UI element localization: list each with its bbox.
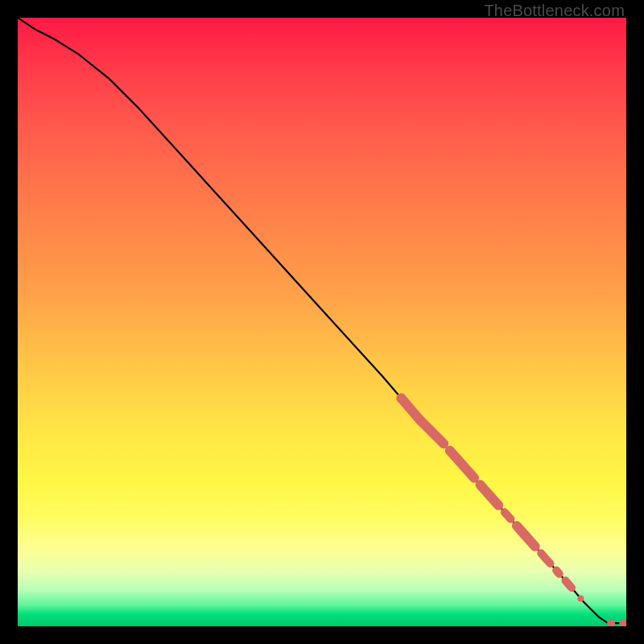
data-marker bbox=[577, 595, 584, 601]
data-marker-cluster bbox=[565, 580, 572, 588]
data-marker-cluster bbox=[481, 485, 499, 506]
bottleneck-curve bbox=[18, 18, 626, 623]
data-marker-cluster bbox=[401, 398, 444, 444]
data-marker-cluster bbox=[556, 571, 559, 574]
data-marker-cluster bbox=[450, 451, 474, 478]
bottleneck-curve-line bbox=[18, 18, 626, 623]
marker-cluster-group bbox=[401, 398, 626, 627]
chart-svg bbox=[18, 18, 626, 626]
chart-frame bbox=[18, 18, 626, 626]
data-marker bbox=[619, 619, 626, 626]
data-marker-cluster bbox=[541, 553, 550, 564]
data-marker-cluster bbox=[517, 526, 535, 547]
data-marker-cluster bbox=[505, 512, 511, 519]
data-marker bbox=[607, 619, 615, 626]
